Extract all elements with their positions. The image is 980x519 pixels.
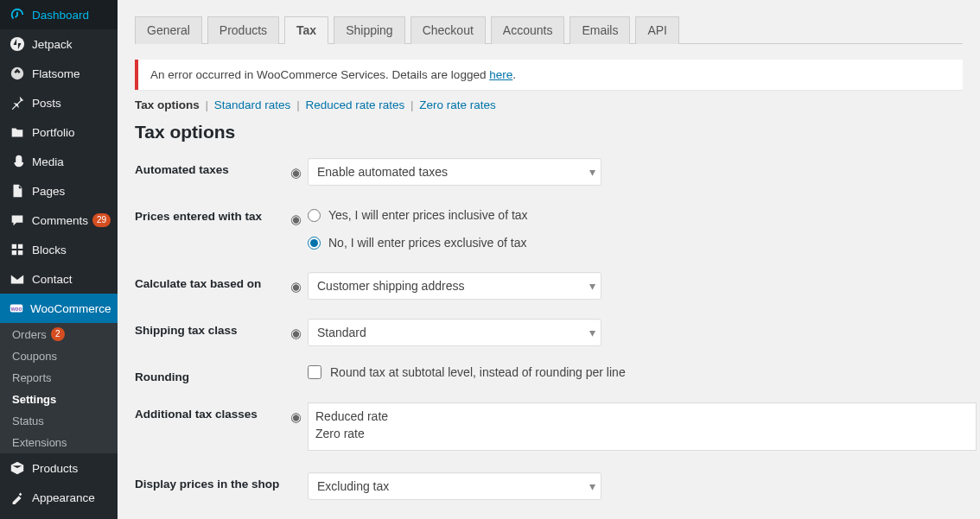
separator: | (203, 98, 212, 111)
admin-sidebar: DashboardJetpackFlatsomePostsPortfolioMe… (0, 0, 118, 519)
chevron-down-icon: ▾ (589, 479, 595, 493)
subnav-link-reduced-rate-rates[interactable]: Reduced rate rates (305, 98, 404, 111)
select-display-shop[interactable]: Excluding tax ▾ (308, 472, 601, 500)
chevron-down-icon: ▾ (589, 279, 595, 293)
submenu-item-settings[interactable]: Settings (0, 389, 118, 410)
select-value: Enable automated taxes (317, 165, 448, 179)
tab-general[interactable]: General (135, 16, 202, 44)
svg-point-0 (10, 37, 24, 51)
pages-icon (9, 182, 26, 199)
sidebar-item-label: Portfolio (32, 126, 75, 139)
label-automated-taxes: Automated taxes (135, 158, 290, 176)
separator: | (408, 98, 417, 111)
checkbox-rounding[interactable] (308, 365, 321, 379)
select-value: Excluding tax (317, 479, 389, 493)
chevron-down-icon: ▾ (589, 326, 595, 339)
subnav-link-standard-rates[interactable]: Standard rates (214, 98, 291, 111)
select-calculate-based[interactable]: Customer shipping address ▾ (308, 272, 601, 300)
label-additional-classes: Additional tax classes (135, 402, 290, 421)
mail-icon (9, 270, 26, 288)
sidebar-item-label: Media (32, 155, 64, 168)
separator: | (294, 98, 302, 111)
sidebar-item-woocommerce[interactable]: wooWooCommerce (0, 294, 118, 323)
notice-tail: . (512, 68, 516, 81)
label-rounding: Rounding (135, 365, 290, 383)
tab-tax[interactable]: Tax (284, 16, 328, 44)
sidebar-item-pages[interactable]: Pages (0, 176, 118, 206)
select-value: Customer shipping address (317, 279, 464, 293)
help-icon[interactable]: ◉ (290, 272, 308, 294)
sidebar-item-flatsome[interactable]: Flatsome (0, 59, 118, 88)
comment-icon (9, 212, 26, 229)
radio-inclusive[interactable]: Yes, I will enter prices inclusive of ta… (308, 205, 528, 225)
radio-label: No, I will enter prices exclusive of tax (328, 236, 527, 250)
submenu-item-extensions[interactable]: Extensions (0, 432, 118, 453)
tab-emails[interactable]: Emails (570, 16, 630, 44)
submenu-item-coupons[interactable]: Coupons (0, 345, 118, 367)
sidebar-item-media[interactable]: Media (0, 147, 118, 176)
sidebar-item-label: Pages (32, 185, 65, 198)
dashboard-icon (9, 6, 26, 23)
submenu-item-reports[interactable]: Reports (0, 367, 118, 389)
tax-subnav: Tax options | Standard rates | Reduced r… (135, 98, 963, 111)
label-shipping-tax-class: Shipping tax class (135, 319, 290, 337)
help-icon[interactable]: ◉ (290, 402, 308, 425)
sidebar-item-blocks[interactable]: Blocks (0, 235, 118, 264)
textarea-additional-classes[interactable] (308, 402, 977, 451)
sidebar-item-yith-plugins[interactable]: YITH Plugins (0, 512, 118, 519)
woocommerce-submenu: Orders2CouponsReportsSettingsStatusExten… (0, 323, 118, 453)
tab-accounts[interactable]: Accounts (491, 16, 565, 44)
flatsome-icon (9, 65, 26, 82)
radio-exclusive[interactable]: No, I will enter prices exclusive of tax (308, 232, 528, 253)
tab-products[interactable]: Products (207, 16, 279, 44)
notice-text: An error occurred in WooCommerce Service… (150, 68, 489, 81)
sidebar-item-label: Products (32, 462, 78, 475)
sidebar-item-label: WooCommerce (30, 302, 111, 315)
sidebar-item-label: Appearance (32, 491, 95, 504)
row-prices-entered: Prices entered with tax ◉ Yes, I will en… (135, 205, 963, 253)
row-automated-taxes: Automated taxes ◉ Enable automated taxes… (135, 158, 963, 186)
help-spacer (290, 365, 308, 372)
settings-tabs: GeneralProductsTaxShippingCheckoutAccoun… (135, 0, 963, 44)
chevron-down-icon: ▾ (589, 165, 595, 179)
help-icon[interactable]: ◉ (290, 319, 308, 341)
badge: 29 (92, 213, 111, 227)
row-calculate-based: Calculate tax based on ◉ Customer shippi… (135, 272, 963, 300)
sidebar-item-comments[interactable]: Comments29 (0, 206, 118, 235)
row-rounding: Rounding Round tax at subtotal level, in… (135, 365, 963, 383)
notice-link[interactable]: here (489, 68, 512, 81)
products-icon (9, 459, 26, 477)
sidebar-item-appearance[interactable]: Appearance (0, 483, 118, 512)
sidebar-item-dashboard[interactable]: Dashboard (0, 0, 118, 29)
row-shipping-tax-class: Shipping tax class ◉ Standard ▾ (135, 319, 963, 346)
help-icon[interactable]: ◉ (290, 158, 308, 180)
sidebar-item-posts[interactable]: Posts (0, 88, 118, 117)
sidebar-item-label: Flatsome (32, 67, 80, 80)
sidebar-item-label: Contact (32, 273, 73, 286)
sidebar-item-products[interactable]: Products (0, 453, 118, 483)
subnav-link-zero-rate-rates[interactable]: Zero rate rates (419, 98, 496, 111)
submenu-label: Status (12, 415, 44, 427)
submenu-item-orders[interactable]: Orders2 (0, 323, 118, 345)
submenu-label: Reports (12, 371, 52, 384)
sidebar-item-jetpack[interactable]: Jetpack (0, 29, 118, 59)
checkbox-label: Round tax at subtotal level, instead of … (330, 365, 626, 379)
jetpack-icon (9, 35, 26, 53)
sidebar-item-portfolio[interactable]: Portfolio (0, 117, 118, 147)
tab-api[interactable]: API (635, 16, 679, 44)
sidebar-item-label: Dashboard (32, 9, 89, 22)
page-title: Tax options (135, 122, 963, 142)
select-automated-taxes[interactable]: Enable automated taxes ▾ (308, 158, 601, 186)
select-shipping-tax-class[interactable]: Standard ▾ (308, 319, 601, 346)
help-icon[interactable]: ◉ (290, 205, 308, 227)
tab-shipping[interactable]: Shipping (334, 16, 405, 44)
tab-checkout[interactable]: Checkout (410, 16, 486, 44)
sidebar-item-label: Blocks (32, 244, 67, 256)
media-icon (9, 153, 26, 170)
label-calculate-based: Calculate tax based on (135, 272, 290, 290)
sidebar-item-label: Posts (32, 97, 61, 110)
sidebar-item-label: Jetpack (32, 38, 73, 51)
portfolio-icon (9, 123, 26, 141)
sidebar-item-contact[interactable]: Contact (0, 264, 118, 294)
submenu-item-status[interactable]: Status (0, 410, 118, 432)
